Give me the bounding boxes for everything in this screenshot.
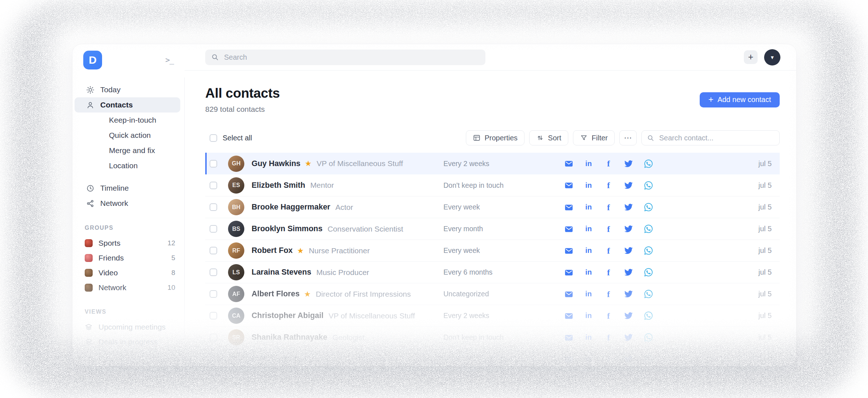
facebook-icon[interactable]: f xyxy=(604,159,613,168)
view-item-upcoming-meetings[interactable]: Upcoming meetings xyxy=(72,319,185,334)
linkedin-icon[interactable]: in xyxy=(584,268,593,277)
group-item-sports[interactable]: Sports 12 xyxy=(72,236,185,250)
avatar[interactable]: LS xyxy=(228,264,244,280)
group-item-network[interactable]: Network 10 xyxy=(72,280,185,295)
avatar[interactable]: RF xyxy=(228,242,244,259)
contact-name[interactable]: Robert Fox xyxy=(252,246,292,255)
whatsapp-icon[interactable] xyxy=(644,290,653,298)
twitter-icon[interactable] xyxy=(624,159,633,168)
contact-row[interactable]: BH Brooke Haggermaker ★ Actor Every week… xyxy=(205,196,780,218)
contact-name[interactable]: Shanika Rathnayake xyxy=(252,333,327,342)
linkedin-icon[interactable]: in xyxy=(584,290,593,298)
sidebar-item-location[interactable]: Location xyxy=(72,158,185,173)
contact-name[interactable]: Christopher Abigail xyxy=(252,311,324,320)
email-icon[interactable] xyxy=(564,355,573,364)
contact-row[interactable]: GH Guy Hawkins ★ VP of Miscellaneous Stu… xyxy=(205,153,780,174)
email-icon[interactable] xyxy=(564,268,573,277)
whatsapp-icon[interactable] xyxy=(644,181,653,190)
linkedin-icon[interactable]: in xyxy=(584,159,593,168)
linkedin-icon[interactable]: in xyxy=(584,312,593,320)
view-item-deals-in-progress[interactable]: Deals in progress xyxy=(72,334,185,349)
global-search[interactable] xyxy=(205,50,485,65)
row-checkbox[interactable] xyxy=(210,290,217,298)
email-icon[interactable] xyxy=(564,290,573,298)
contact-row[interactable]: CA Christopher Abigail ★ VP of Miscellan… xyxy=(205,305,780,326)
facebook-icon[interactable]: f xyxy=(604,181,613,190)
properties-button[interactable]: Properties xyxy=(466,130,524,145)
sidebar-item-network[interactable]: Network xyxy=(75,196,180,211)
facebook-icon[interactable]: f xyxy=(604,355,613,364)
facebook-icon[interactable]: f xyxy=(604,333,613,342)
row-checkbox[interactable] xyxy=(210,355,217,363)
avatar[interactable]: CA xyxy=(228,308,244,324)
row-checkbox[interactable] xyxy=(210,334,217,341)
row-checkbox[interactable] xyxy=(210,247,217,254)
contact-row[interactable]: ES Elizbeth Smith ★ Mentor Don't keep in… xyxy=(205,174,780,196)
avatar[interactable]: SR xyxy=(228,329,244,346)
whatsapp-icon[interactable] xyxy=(644,159,653,168)
linkedin-icon[interactable]: in xyxy=(584,333,593,342)
contact-row[interactable]: RF Robert Fox ★ Nurse Practitioner Every… xyxy=(205,240,780,261)
contact-name[interactable]: Elizbeth Smith xyxy=(252,181,305,190)
contact-row[interactable]: HH Hyo Hartzell ★ Investigator Every mon… xyxy=(205,348,780,366)
linkedin-icon[interactable]: in xyxy=(584,246,593,255)
contact-name[interactable]: Guy Hawkins xyxy=(252,159,300,168)
sidebar-item-keep-in-touch[interactable]: Keep-in-touch xyxy=(72,113,185,128)
avatar[interactable]: GH xyxy=(228,156,244,172)
twitter-icon[interactable] xyxy=(624,355,633,364)
contact-name[interactable]: Hyo Hartzell xyxy=(252,355,296,364)
facebook-icon[interactable]: f xyxy=(604,268,613,277)
row-checkbox[interactable] xyxy=(210,203,217,211)
email-icon[interactable] xyxy=(564,333,573,342)
avatar[interactable]: AF xyxy=(228,286,244,302)
twitter-icon[interactable] xyxy=(624,203,633,212)
sidebar-item-timeline[interactable]: Timeline xyxy=(75,181,180,196)
global-search-input[interactable] xyxy=(223,53,480,62)
linkedin-icon[interactable]: in xyxy=(584,225,593,233)
sidebar-item-merge-and-fix[interactable]: Merge and fix xyxy=(72,143,185,158)
row-checkbox[interactable] xyxy=(210,182,217,189)
contact-row[interactable]: BS Brooklyn Simmons ★ Conservation Scien… xyxy=(205,218,780,240)
contact-row[interactable]: SR Shanika Rathnayake ★ Geologist Don't … xyxy=(205,326,780,348)
email-icon[interactable] xyxy=(564,159,573,168)
whatsapp-icon[interactable] xyxy=(644,355,653,364)
facebook-icon[interactable]: f xyxy=(604,246,613,255)
email-icon[interactable] xyxy=(564,225,573,233)
account-menu-button[interactable]: ▾ xyxy=(764,49,780,65)
linkedin-icon[interactable]: in xyxy=(584,181,593,190)
facebook-icon[interactable]: f xyxy=(604,312,613,320)
whatsapp-icon[interactable] xyxy=(644,312,653,320)
whatsapp-icon[interactable] xyxy=(644,203,653,212)
add-new-contact-button[interactable]: + Add new contact xyxy=(700,92,780,107)
sidebar-item-today[interactable]: Today xyxy=(75,82,180,97)
row-checkbox[interactable] xyxy=(210,160,217,168)
filter-button[interactable]: Filter xyxy=(573,130,615,145)
twitter-icon[interactable] xyxy=(624,246,633,255)
email-icon[interactable] xyxy=(564,181,573,190)
linkedin-icon[interactable]: in xyxy=(584,355,593,364)
group-item-friends[interactable]: Friends 5 xyxy=(72,250,185,265)
avatar[interactable]: BH xyxy=(228,199,244,215)
whatsapp-icon[interactable] xyxy=(644,268,653,277)
sidebar-item-quick-action[interactable]: Quick action xyxy=(72,128,185,143)
facebook-icon[interactable]: f xyxy=(604,290,613,298)
group-item-video[interactable]: Video 8 xyxy=(72,265,185,280)
email-icon[interactable] xyxy=(564,312,573,320)
select-all[interactable]: Select all xyxy=(205,134,252,142)
email-icon[interactable] xyxy=(564,246,573,255)
contact-search[interactable] xyxy=(641,130,780,145)
avatar[interactable]: HH xyxy=(228,351,244,366)
twitter-icon[interactable] xyxy=(624,181,633,190)
twitter-icon[interactable] xyxy=(624,290,633,298)
twitter-icon[interactable] xyxy=(624,312,633,320)
facebook-icon[interactable]: f xyxy=(604,225,613,233)
row-checkbox[interactable] xyxy=(210,268,217,276)
more-options-button[interactable]: ⋯ xyxy=(619,130,637,145)
whatsapp-icon[interactable] xyxy=(644,246,653,255)
twitter-icon[interactable] xyxy=(624,333,633,342)
sort-button[interactable]: Sort xyxy=(529,130,568,145)
linkedin-icon[interactable]: in xyxy=(584,203,593,212)
contact-search-input[interactable] xyxy=(658,134,774,143)
twitter-icon[interactable] xyxy=(624,225,633,233)
contact-name[interactable]: Albert Flores xyxy=(252,289,300,298)
